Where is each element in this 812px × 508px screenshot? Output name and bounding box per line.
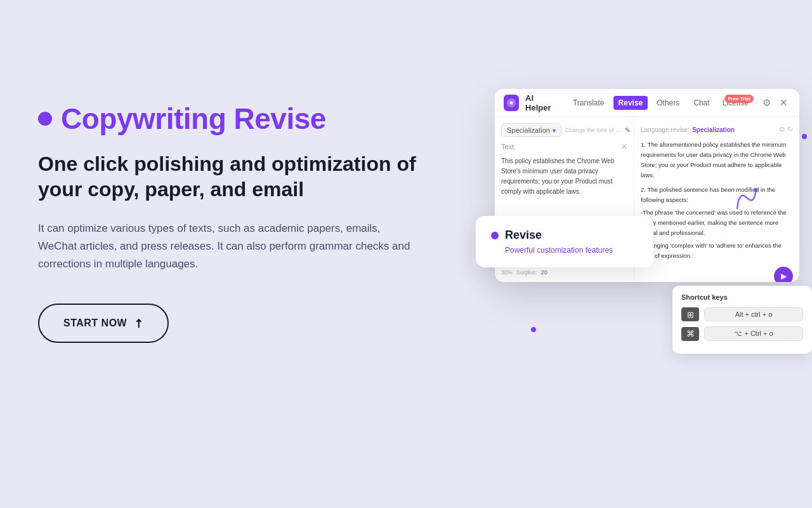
- surplus-label: Surplus:: [516, 269, 537, 276]
- text-label-row: Text: ✕: [501, 142, 627, 151]
- shortcut-title: Shortcut keys: [681, 293, 803, 301]
- corner-dot-tl: [531, 327, 536, 332]
- tab-translate[interactable]: Translate: [568, 96, 610, 110]
- surplus-value: 20: [541, 269, 547, 276]
- squiggle-decoration: [727, 180, 763, 220]
- mac-keys: ⌥ + Ctrl + o: [704, 326, 803, 341]
- title-row: Copywriting Revise: [38, 102, 444, 136]
- refresh-icon[interactable]: ↻: [787, 125, 793, 133]
- free-trial-badge: Free Trial: [724, 95, 754, 103]
- input-text-content: This policy establishes the Chrome Web S…: [501, 156, 627, 197]
- tab-license[interactable]: License Free Trial: [719, 96, 752, 110]
- play-button[interactable]: ▶: [774, 267, 793, 282]
- app-logo: [504, 95, 519, 111]
- copy-icons: ⧉ ↻: [780, 125, 793, 133]
- text-label: Text:: [501, 143, 516, 150]
- revised-text-2: 2. The polished sentence has been modifi…: [641, 185, 793, 205]
- revise-dot: [491, 232, 499, 239]
- app-name: AI Helper: [525, 93, 559, 112]
- windows-shortcut-row: ⊞ Alt + ctrl + o: [681, 307, 803, 321]
- specialization-label[interactable]: Specialization ▾: [501, 123, 561, 137]
- mac-shortcut-row: ⌘ ⌥ + Ctrl + o: [681, 326, 803, 341]
- description: It can optimize various types of texts, …: [38, 220, 412, 273]
- title-dot: [38, 112, 52, 126]
- subtitle: One click polishing and optimization of …: [38, 151, 444, 202]
- tab-chat[interactable]: Chat: [688, 96, 714, 110]
- tab-others[interactable]: Others: [652, 96, 684, 110]
- start-now-button[interactable]: START NOW ↗: [38, 304, 169, 343]
- revised-text: 1. The aforementioned policy establishes…: [641, 140, 793, 262]
- revise-card-subtitle: Powerful customization features: [505, 246, 638, 255]
- spec-row: Specialization ▾ Change the tone of the …: [501, 123, 627, 137]
- revise-card-title: Revise: [505, 229, 542, 242]
- revise-card: Revise Powerful customization features: [476, 216, 653, 267]
- copy-icon[interactable]: ⧉: [780, 125, 785, 133]
- settings-icon[interactable]: ⚙: [760, 95, 773, 111]
- edit-icon[interactable]: ✎: [625, 126, 631, 135]
- revised-text-4: -Changing 'complex with' to 'adhere to' …: [641, 241, 793, 261]
- page-title: Copywriting Revise: [61, 102, 326, 136]
- windows-os-icon: ⊞: [681, 307, 699, 321]
- shortcut-card: Shortcut keys ⊞ Alt + ctrl + o ⌘ ⌥ + Ctr…: [672, 286, 812, 354]
- windows-keys: Alt + ctrl + o: [704, 307, 803, 321]
- ui-mockup: AI Helper Translate Revise Others Chat L…: [476, 89, 812, 282]
- left-content: Copywriting Revise One click polishing a…: [38, 102, 444, 343]
- svg-point-1: [754, 187, 758, 192]
- lang-revise-value: Specialization: [692, 126, 735, 133]
- right-panel: Language revise: Specialization ⧉ ↻ 1. T…: [634, 117, 799, 282]
- text-close-icon[interactable]: ✕: [621, 142, 627, 151]
- app-header: AI Helper Translate Revise Others Chat L…: [495, 89, 799, 117]
- tab-revise[interactable]: Revise: [613, 96, 648, 110]
- lang-revise-label: Language revise:: [641, 126, 690, 133]
- corner-dot-br: [802, 134, 807, 139]
- spec-hint: Change the tone of the text to be more p…: [565, 126, 631, 135]
- mac-os-icon: ⌘: [681, 327, 699, 341]
- revise-card-title-row: Revise: [491, 229, 638, 242]
- progress-value: 30%: [501, 269, 513, 276]
- close-icon[interactable]: ✕: [777, 95, 790, 111]
- start-now-label: START NOW: [63, 318, 127, 329]
- lang-revise-header: Language revise: Specialization ⧉ ↻: [641, 123, 793, 135]
- revised-text-1: 1. The aforementioned policy establishes…: [641, 140, 793, 181]
- revised-text-3: -The phrase 'the concerned' was used to …: [641, 208, 793, 238]
- arrow-icon: ↗: [130, 315, 147, 332]
